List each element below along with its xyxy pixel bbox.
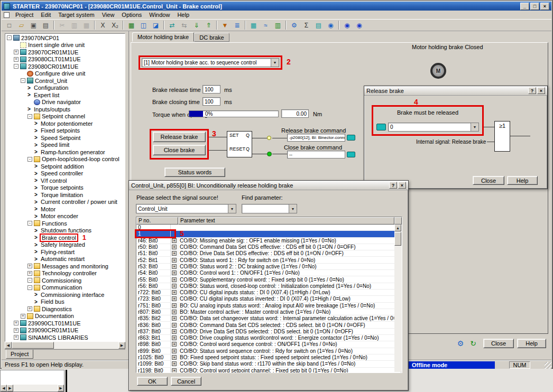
gear-icon[interactable]: ⚙	[456, 339, 465, 348]
expand-icon[interactable]: +	[172, 238, 177, 243]
tree-item-label[interactable]: Safety Integrated	[41, 241, 85, 248]
table-row[interactable]: r50: Bit0+CO/BO: Command Data Set CDS ef…	[136, 244, 402, 250]
expand-icon[interactable]: +	[172, 303, 177, 308]
table-row[interactable]: r55: Bit0+CO/BO: Supplementary control w…	[136, 276, 402, 283]
expand-icon[interactable]: +	[14, 50, 19, 54]
help-icon[interactable]: ?	[528, 87, 536, 94]
tree-item[interactable]: +Technology controller	[5, 270, 125, 277]
tree-item[interactable]: >Fixed setpoints	[5, 127, 125, 135]
pno-cell[interactable]: r54: Bit0	[136, 270, 171, 276]
tree-item-label[interactable]: 239070NCP01	[21, 35, 59, 41]
torque-value-field[interactable]: 0.00	[281, 109, 309, 118]
tree-item-label[interactable]: Fixed setpoints	[41, 127, 80, 134]
close-icon[interactable]: ×	[398, 182, 406, 189]
table-row[interactable]: r722: Bit0+CO/BO: CU digital inputs stat…	[136, 290, 402, 296]
tree-item[interactable]: >Speed limit	[5, 142, 125, 149]
table-row[interactable]: r54: Bit0+CO/BO: Control word 1: : ON/OF…	[136, 270, 402, 276]
tree-item[interactable]: -Control_Unit	[5, 77, 125, 85]
chevron-down-icon[interactable]: ▼	[289, 204, 297, 213]
tree-item-label[interactable]: Functions	[42, 220, 67, 227]
tree-item-label[interactable]: 239090CLT01M1UE	[28, 320, 80, 326]
table-row[interactable]: r898: Bit0+CO/BO: Control word sequence …	[136, 341, 402, 348]
table-row[interactable]: r52: Bit1+CO/BO: Status word 1: : Rdy fo…	[136, 257, 402, 263]
expand-icon[interactable]: +	[172, 277, 177, 282]
expand-icon[interactable]: +	[172, 335, 177, 340]
collapse-icon[interactable]: -	[27, 278, 32, 283]
tree-item[interactable]: >Motor potentiometer	[5, 120, 125, 127]
tree-item-label[interactable]: Torque limitation	[41, 192, 83, 198]
sum-icon[interactable]: Σ	[301, 20, 312, 30]
pno-cell[interactable]: r46: Bit0	[136, 238, 171, 244]
tree-item[interactable]: >Speed controller	[5, 170, 125, 178]
release-brake-button[interactable]: Release brake	[153, 132, 206, 142]
expand-icon[interactable]: +	[172, 323, 177, 328]
parameter-text-cell[interactable]: CO/BO: Status word 1: : Rdy for switch o…	[178, 257, 402, 263]
table-row[interactable]: r53: Bit0+CO/BO: Status word 2: : DC bra…	[136, 264, 402, 270]
tree-hscrollbar[interactable]: ◀ ▶	[5, 342, 125, 349]
tree-item[interactable]: Configure drive unit	[5, 70, 125, 78]
tree-item-label[interactable]: Documentation	[35, 313, 74, 319]
delete-icon[interactable]: X	[97, 20, 108, 30]
tree-item[interactable]: -239070NCP01	[5, 34, 125, 42]
tree-item[interactable]: >V/f control	[5, 177, 125, 184]
binector-indicator-icon[interactable]	[347, 135, 355, 141]
parameter-text-cell[interactable]: CO/BO: CU digital inputs status inverted…	[178, 296, 402, 302]
tab-dc-brake[interactable]: DC brake	[194, 33, 229, 42]
release-signal-field[interactable]: 0 ▼	[388, 123, 479, 132]
tree-item-label[interactable]: Inputs/outputs	[34, 106, 70, 113]
tree-item[interactable]: >Commissioning interface	[5, 291, 125, 298]
tree-item-label[interactable]: Flying-restart	[41, 249, 75, 255]
parameter-text-cell[interactable]: CO/BO: Status word 2: : DC braking activ…	[178, 264, 402, 269]
chevron-down-icon[interactable]: ▼	[271, 59, 279, 67]
expand-icon[interactable]: +	[21, 314, 25, 319]
pno-cell[interactable]: r835: Bit2	[136, 315, 171, 321]
refresh-icon[interactable]: ↻	[468, 339, 478, 348]
pno-cell[interactable]: r863: Bit1	[136, 335, 171, 341]
parameter-text-cell[interactable]: CO/BO: Control word sequence control: : …	[178, 341, 402, 347]
help-icon[interactable]: ?	[389, 182, 397, 189]
expand-icon[interactable]: +	[14, 321, 19, 325]
parameter-text-cell[interactable]: CO/BO: Drive Data Set DDS selected: : DD…	[178, 329, 402, 334]
tree-item-label[interactable]: Automatic restart	[41, 256, 85, 262]
tree-item-label[interactable]: Open-loop/closed-loop control	[42, 156, 119, 162]
parameter-text-cell[interactable]: CO/BO: Skip band status word: : r1170 wi…	[178, 361, 402, 367]
brake-mode-dropdown[interactable]: [1] Motor holding brake acc. to sequence…	[142, 58, 279, 67]
pno-cell[interactable]: r807: Bit0	[136, 309, 171, 315]
brake-closing-time-field[interactable]: 100	[202, 97, 220, 106]
tree-item[interactable]: +239080CLT01M1UE	[5, 56, 125, 63]
table-row[interactable]: r807: Bit0+BO: Master control active: : …	[136, 309, 402, 315]
resize-grip[interactable]	[545, 362, 551, 369]
trace-icon[interactable]: ≈	[260, 20, 271, 30]
expand-icon[interactable]: +	[172, 245, 177, 249]
tree-item-label[interactable]: Setpoint channel	[42, 113, 85, 119]
expand-icon[interactable]: +	[172, 290, 177, 295]
tree-item-label[interactable]: Current controller / power unit	[41, 199, 117, 205]
menu-target-system[interactable]: Target system	[54, 11, 98, 18]
pno-cell[interactable]: r722: Bit0	[136, 290, 171, 295]
tree-item[interactable]: >Brake control1	[5, 234, 125, 241]
scroll-up-icon[interactable]: ▲	[394, 225, 401, 231]
tree-item[interactable]: -Communication	[5, 284, 125, 292]
expand-icon[interactable]: +	[27, 306, 32, 311]
expand-icon[interactable]: +	[172, 264, 177, 269]
tree-item[interactable]: >Field bus	[5, 298, 125, 306]
diagnostics-icon[interactable]: ◉	[325, 20, 336, 30]
fragment-hscrollbar[interactable]: ◀ ▶ ▶	[1, 385, 64, 391]
open-project-icon[interactable]: ▱	[16, 20, 27, 30]
pno-cell[interactable]: r53: Bit0	[136, 264, 171, 269]
copy-icon[interactable]: ▥	[69, 20, 80, 30]
tree-item-label[interactable]: V/f control	[41, 178, 67, 184]
tree-item[interactable]: >Configuration	[5, 85, 125, 92]
menu-options[interactable]: Options	[118, 11, 145, 18]
save-project-icon[interactable]: ▣	[28, 20, 39, 30]
expand-icon[interactable]: +	[172, 368, 177, 373]
collapse-icon[interactable]: -	[27, 114, 32, 119]
tree-item-label[interactable]: Speed Setpoint	[41, 135, 80, 141]
scroll-thumb[interactable]	[394, 232, 401, 246]
close-icon[interactable]: ×	[537, 87, 545, 94]
binector-indicator-icon[interactable]	[376, 124, 386, 130]
tree-item-label[interactable]: Ramp-function generator	[41, 149, 105, 155]
tree-item[interactable]: >Torque setpoints	[5, 184, 125, 192]
scroll-right-icon[interactable]: ▶	[7, 385, 13, 391]
connect-target-icon[interactable]: ⇄	[167, 20, 178, 30]
